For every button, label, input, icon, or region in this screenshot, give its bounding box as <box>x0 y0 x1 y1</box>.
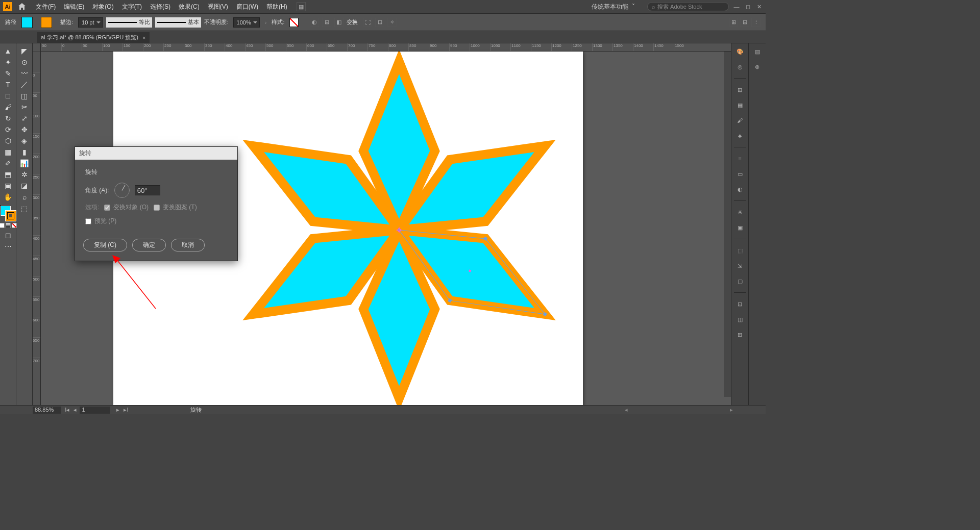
zoom-tool[interactable]: ⌕ <box>18 192 31 202</box>
lasso-tool[interactable]: ⊙ <box>18 57 31 67</box>
stroke-profile-2[interactable]: 基本 <box>155 17 201 28</box>
arrange-docs-icon[interactable]: ▦ <box>297 2 306 11</box>
stroke-weight-dropdown[interactable]: 10 pt <box>78 17 103 28</box>
mode-none[interactable] <box>12 223 17 228</box>
tab-close-icon[interactable]: × <box>142 35 145 41</box>
pathfinder-icon[interactable]: ◫ <box>735 314 745 324</box>
stroke-swatch[interactable] <box>41 17 52 28</box>
artboard-num-dropdown[interactable]: 1 <box>80 407 110 414</box>
properties-icon[interactable]: ⊞ <box>735 85 745 95</box>
stroke-panel-icon[interactable]: ≡ <box>735 154 745 164</box>
libraries-icon[interactable]: ▤ <box>752 46 763 57</box>
transparency-icon[interactable]: ◐ <box>735 184 745 194</box>
menu-effect[interactable]: 效果(C) <box>175 3 204 11</box>
symbol-sprayer-tool[interactable]: ✲ <box>18 169 31 180</box>
type-tool[interactable]: T <box>2 80 14 90</box>
graphic-styles-icon[interactable]: ▣ <box>735 222 745 233</box>
menu-object[interactable]: 对象(O) <box>88 3 117 11</box>
artboard-tool[interactable]: ▣ <box>2 181 14 191</box>
cc-cloud-icon[interactable]: ⊚ <box>752 62 763 72</box>
blend-tool[interactable]: ⬒ <box>2 169 14 180</box>
fill-swatch[interactable] <box>21 17 33 28</box>
scroll-h-left[interactable]: ◂ <box>625 407 628 413</box>
transform-icon-3[interactable]: ✧ <box>387 18 397 27</box>
transform-panel-icon[interactable]: ⊞ <box>735 330 745 340</box>
opacity-dropdown[interactable]: 100% <box>233 17 260 28</box>
menu-help[interactable]: 帮助(H) <box>262 3 291 11</box>
magic-wand-tool[interactable]: ✦ <box>2 57 14 67</box>
menu-type[interactable]: 文字(T) <box>118 3 146 11</box>
free-transform-tool[interactable]: ✥ <box>18 124 31 135</box>
eraser-tool[interactable]: ◫ <box>18 91 31 101</box>
mode-color[interactable] <box>0 223 5 228</box>
asset-export-icon[interactable]: ⇲ <box>735 261 745 271</box>
mesh-tool[interactable]: ▦ <box>2 147 14 157</box>
workspace-dropdown[interactable]: 传统基本功能 ˅ <box>589 2 643 12</box>
eyedropper-tool[interactable]: ✐ <box>2 158 14 168</box>
pen-tool[interactable]: ✎ <box>2 68 14 79</box>
transform-icon-2[interactable]: ⊡ <box>375 18 384 27</box>
line-tool[interactable]: ／ <box>18 80 31 90</box>
color-panel-icon[interactable]: 🎨 <box>735 46 745 57</box>
close-icon[interactable]: ✕ <box>755 3 763 10</box>
fill-stroke-indicator[interactable] <box>1 206 16 221</box>
ok-button[interactable]: 确定 <box>132 239 166 251</box>
cc-libraries-icon[interactable]: ◎ <box>735 62 745 72</box>
appearance-icon[interactable]: ☀ <box>735 207 745 217</box>
artboards-panel-icon[interactable]: ▢ <box>735 276 745 286</box>
panel-icon-2[interactable]: ⊟ <box>740 18 749 27</box>
shape-builder-tool[interactable]: ⬡ <box>2 136 14 146</box>
menu-edit[interactable]: 编辑(E) <box>60 3 88 11</box>
menu-window[interactable]: 窗口(W) <box>232 3 262 11</box>
menu-select[interactable]: 选择(S) <box>146 3 175 11</box>
angle-dial[interactable] <box>114 183 130 198</box>
scrollbar-v[interactable] <box>724 52 731 397</box>
column-graph-tool[interactable]: 📊 <box>18 158 31 168</box>
swatches-icon[interactable]: ▦ <box>735 100 745 110</box>
edit-toolbar[interactable]: ⋯ <box>2 241 14 251</box>
stroke-profile-1[interactable]: 等比 <box>106 17 152 28</box>
align-panel-icon[interactable]: ⊡ <box>735 299 745 309</box>
rectangle-tool[interactable]: □ <box>2 91 14 101</box>
align-icon[interactable]: ⊞ <box>322 18 331 27</box>
recolor-icon[interactable]: ◐ <box>310 18 319 27</box>
extra-tool[interactable]: ⬚ <box>18 204 31 214</box>
paintbrush-tool[interactable]: 🖌 <box>2 102 14 112</box>
minimize-icon[interactable]: — <box>733 3 740 10</box>
layers-icon[interactable]: ⬚ <box>735 245 745 256</box>
panel-icon-1[interactable]: ⊞ <box>729 18 738 27</box>
nav-prev[interactable]: ◂ <box>72 407 78 413</box>
zoom-dropdown[interactable]: 88.85% <box>33 407 61 414</box>
curvature-tool[interactable]: 〰 <box>18 68 31 79</box>
transform-icon-1[interactable]: ⛶ <box>363 18 372 27</box>
nav-next[interactable]: ▸ <box>115 407 120 413</box>
hand-tool[interactable]: ✋ <box>2 192 14 202</box>
copy-button[interactable]: 复制 (C) <box>83 239 127 251</box>
stroke-indicator[interactable] <box>6 211 16 221</box>
gradient-tool[interactable]: ▮ <box>18 147 31 157</box>
nav-last[interactable]: ▸I <box>122 407 129 413</box>
shape-icon[interactable]: ◧ <box>334 18 344 27</box>
transform-patterns-check[interactable]: 变换图案 (T) <box>154 203 197 212</box>
mode-gradient[interactable] <box>6 223 11 228</box>
screen-mode[interactable]: ◻ <box>2 230 14 240</box>
style-swatch[interactable] <box>289 18 299 27</box>
perspective-tool[interactable]: ◈ <box>18 136 31 146</box>
preview-check[interactable]: 预览 (P) <box>85 217 116 225</box>
cancel-button[interactable]: 取消 <box>171 239 205 251</box>
scale-tool[interactable]: ⤢ <box>18 113 31 123</box>
selection-tool[interactable]: ▲ <box>2 46 14 56</box>
symbols-icon[interactable]: ♣ <box>735 131 745 141</box>
menu-view[interactable]: 视图(V) <box>204 3 232 11</box>
transform-label[interactable]: 变换 <box>347 18 358 26</box>
search-input[interactable]: ⌕搜索 Adobe Stock <box>647 2 729 11</box>
dialog-titlebar[interactable]: 旋转 <box>75 147 237 160</box>
direct-selection-tool[interactable]: ◤ <box>18 46 31 56</box>
brushes-icon[interactable]: 🖌 <box>735 115 745 125</box>
slice-tool[interactable]: ◪ <box>18 181 31 191</box>
menu-file[interactable]: 文件(F) <box>32 3 60 11</box>
maximize-icon[interactable]: ◻ <box>744 3 751 10</box>
width-tool[interactable]: ⟳ <box>2 124 14 135</box>
scroll-h-right[interactable]: ▸ <box>730 407 733 413</box>
rotate-tool[interactable]: ↻ <box>2 113 14 123</box>
